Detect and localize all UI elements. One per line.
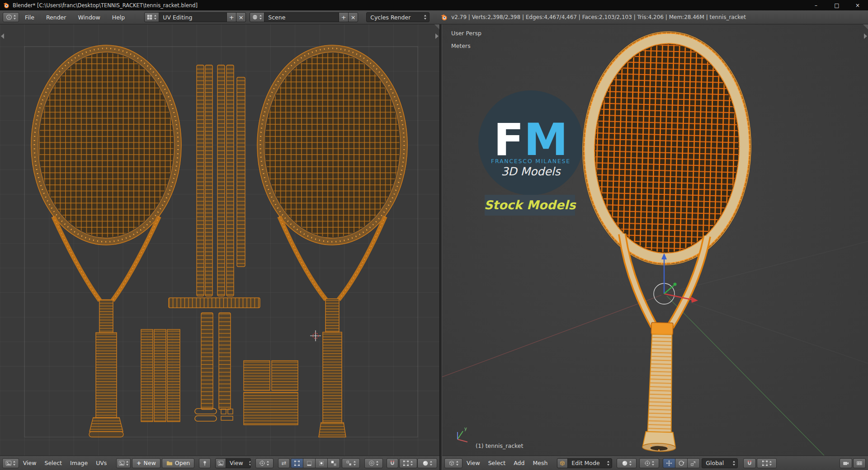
uv-select-vertex-button[interactable]: [291, 458, 303, 468]
chevron-updown-icon: [376, 461, 379, 466]
editor-type-button-3d[interactable]: [444, 458, 462, 468]
viewport-3d[interactable]: FM FRANCESCO MILANESE 3D Models Stock Mo…: [442, 24, 868, 456]
uv-select-island-button[interactable]: [327, 458, 340, 468]
vertex-select-icon: [294, 460, 300, 466]
scene-value[interactable]: Scene: [264, 14, 339, 21]
uv-editor-header: View Select Image UVs + New Open View: [0, 456, 439, 470]
image-editor-mode-dropdown[interactable]: View: [215, 458, 251, 468]
area-corner-widget[interactable]: [434, 24, 439, 29]
chevron-updown-icon: [266, 461, 269, 466]
uv-island-frame-strips[interactable]: [169, 65, 260, 409]
rotate-icon: [678, 460, 684, 466]
axis-y-label: y: [464, 426, 467, 431]
chevron-updown-icon: [429, 461, 433, 466]
scene-icon: [252, 14, 258, 20]
region-toggle-arrow[interactable]: [435, 33, 439, 39]
snap-element-dropdown[interactable]: [757, 458, 777, 468]
editor-type-button-info[interactable]: [3, 12, 19, 22]
tennis-racket-mesh[interactable]: [575, 29, 754, 453]
viewport-shading-dropdown[interactable]: [617, 458, 637, 468]
sticky-selection-dropdown[interactable]: [342, 458, 360, 468]
scene-selector[interactable]: Scene + ×: [250, 12, 358, 22]
transform-orientation-dropdown[interactable]: Global: [702, 458, 738, 468]
chevron-updown-icon: [424, 14, 427, 20]
uv-island-butt-cap[interactable]: [195, 409, 233, 421]
chevron-updown-icon: [410, 461, 413, 466]
chevron-updown-icon: [629, 461, 632, 466]
manipulator-translate-button[interactable]: [663, 458, 675, 468]
uv-select-face-button[interactable]: [315, 458, 328, 468]
proportional-icon: [368, 460, 375, 466]
screen-layout-selector[interactable]: UV Editing + ×: [144, 12, 246, 22]
open-button-label: Open: [175, 460, 190, 466]
uv-menu-view[interactable]: View: [19, 460, 41, 466]
island-select-icon: [330, 460, 337, 466]
screen-layout-delete-button[interactable]: ×: [236, 13, 245, 22]
render-engine-selector[interactable]: Cycles Render: [366, 12, 429, 22]
maximize-button[interactable]: □: [826, 0, 847, 10]
manipulator-scale-button[interactable]: [687, 458, 700, 468]
sticky-icon: [346, 460, 352, 466]
manipulator-buttons: [663, 458, 700, 468]
uv-image-editor[interactable]: [0, 24, 439, 456]
minimize-button[interactable]: –: [806, 0, 826, 10]
image-pin-toggle[interactable]: [199, 458, 211, 468]
pivot-icon: [644, 460, 651, 466]
region-toggle-arrow[interactable]: [1, 33, 4, 39]
edit-mode-cube-icon: [559, 460, 566, 466]
menu-window[interactable]: Window: [72, 14, 106, 21]
manipulator-rotate-button[interactable]: [675, 458, 688, 468]
chevron-updown-icon: [456, 461, 459, 466]
uv-menu-select[interactable]: Select: [40, 460, 66, 466]
image-new-button[interactable]: + New: [132, 458, 160, 468]
snap-target-icon: [403, 460, 409, 466]
uv-snap-target-dropdown[interactable]: [399, 458, 417, 468]
uv-2d-cursor[interactable]: [310, 330, 321, 341]
image-icon: [118, 460, 125, 466]
uv-menu-image[interactable]: Image: [66, 460, 92, 466]
proportional-edit-dropdown[interactable]: [364, 458, 382, 468]
uv-pivot-dropdown[interactable]: [255, 458, 274, 468]
info-editor-icon: [6, 14, 12, 20]
browse-image-dropdown[interactable]: [116, 458, 130, 468]
uv-menu-uvs[interactable]: UVs: [92, 460, 111, 466]
snap-toggle[interactable]: [743, 458, 756, 468]
screen-layout-value[interactable]: UV Editing: [159, 14, 226, 21]
blender-window: Blender* [C:\Users\franc\Desktop\TENNIS_…: [0, 0, 868, 470]
uv-canvas[interactable]: [0, 24, 439, 456]
blender-app-icon: [3, 2, 9, 9]
v3d-menu-add[interactable]: Add: [509, 460, 528, 466]
scene-add-button[interactable]: +: [339, 13, 348, 22]
image-open-button[interactable]: Open: [162, 458, 194, 468]
screen-layout-browse[interactable]: [145, 13, 159, 22]
uv-snap-toggle[interactable]: [387, 458, 398, 468]
image-editor-mode-value: View: [226, 460, 247, 466]
v3d-menu-mesh[interactable]: Mesh: [528, 460, 552, 466]
uv-sync-selection-toggle[interactable]: ⇄: [278, 458, 290, 468]
uv-select-edge-button[interactable]: [303, 458, 316, 468]
display-channels-dropdown[interactable]: [417, 458, 437, 468]
pivot-point-dropdown[interactable]: [639, 458, 659, 468]
viewport-canvas[interactable]: FM FRANCESCO MILANESE 3D Models Stock Mo…: [442, 24, 868, 456]
menu-help[interactable]: Help: [106, 14, 131, 21]
opengl-render-animation-button[interactable]: [853, 458, 866, 468]
translate-icon: [666, 460, 672, 466]
scene-delete-button[interactable]: ×: [348, 13, 358, 22]
editor-type-button-uv[interactable]: [2, 458, 19, 468]
mode-dropdown[interactable]: Edit Mode: [557, 458, 612, 468]
orientation-value: Global: [702, 460, 731, 466]
v3d-menu-view[interactable]: View: [462, 460, 484, 466]
scene-browse[interactable]: [250, 13, 264, 22]
menu-render[interactable]: Render: [40, 14, 72, 21]
logo-badge: Stock Models: [484, 198, 577, 212]
area-corner-widget[interactable]: [863, 24, 868, 29]
screen-layout-add-button[interactable]: +: [226, 13, 236, 22]
opengl-render-button[interactable]: [840, 458, 852, 468]
v3d-menu-select[interactable]: Select: [484, 460, 510, 466]
close-button[interactable]: ×: [847, 0, 868, 10]
viewport-object-info: (1) tennis_racket: [476, 442, 523, 449]
layout-grid-icon: [146, 14, 153, 20]
region-toggle-arrow[interactable]: [864, 33, 867, 39]
menu-file[interactable]: File: [19, 14, 40, 21]
chevron-updown-icon: [259, 14, 262, 20]
